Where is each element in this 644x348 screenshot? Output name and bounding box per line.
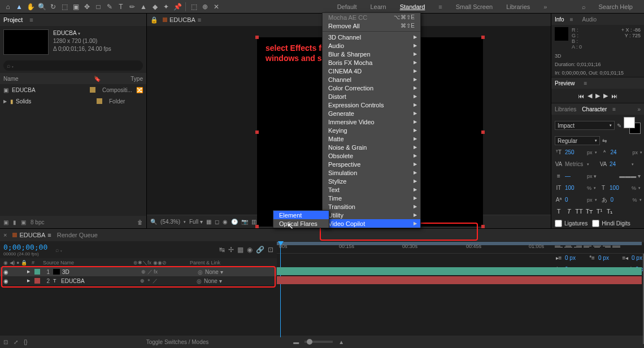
label-swatch[interactable]: [97, 98, 102, 104]
menu-item[interactable]: Expression Controls: [323, 101, 420, 109]
project-item-folder[interactable]: ▶ ▮ Solids Folder: [0, 95, 146, 107]
text-tool-icon[interactable]: T: [115, 1, 127, 12]
layer-name[interactable]: EDUCBA: [61, 278, 140, 284]
menu-item[interactable]: Blur & Sharpen: [323, 50, 420, 58]
eyedropper-icon[interactable]: ✎: [617, 123, 621, 129]
hand-tool-icon[interactable]: ✋: [25, 1, 36, 12]
workspace-learn[interactable]: Learn: [366, 2, 391, 12]
layer-switches[interactable]: ⊕ ＊ ／: [140, 277, 197, 285]
tl-icon[interactable]: 🔗: [256, 246, 264, 254]
snap-icon[interactable]: ⬚: [188, 1, 199, 12]
stroke-width[interactable]: ≡—px ▾▬▬▬ ▾: [555, 171, 641, 181]
toggle-switches[interactable]: Toggle Switches / Modes: [146, 339, 209, 345]
tl-icon[interactable]: ⊡: [268, 246, 273, 254]
zoom-icon[interactable]: 🔍: [150, 219, 157, 225]
tsume[interactable]: あ0%▾: [601, 195, 642, 205]
flowchart-icon[interactable]: 🔀: [136, 87, 143, 93]
font-family-dropdown[interactable]: Impact▾: [555, 121, 615, 130]
tl-icon[interactable]: ◉: [247, 246, 253, 254]
zoom-tool-icon[interactable]: 🔍: [36, 1, 47, 12]
submenu-item-optical[interactable]: Optical Flares: [273, 219, 329, 228]
label-swatch[interactable]: [34, 278, 40, 284]
panel-menu-icon[interactable]: ≡: [29, 16, 33, 23]
orbit-tool-icon[interactable]: ↻: [47, 1, 59, 12]
selection-tool-icon[interactable]: ▲: [14, 1, 25, 12]
tracking[interactable]: VA24▾: [599, 159, 641, 169]
menu-item[interactable]: Simulation: [323, 168, 420, 177]
col-name[interactable]: Name: [3, 76, 94, 82]
layer-name[interactable]: 3D: [62, 269, 141, 275]
project-search[interactable]: ⌕▾: [3, 60, 143, 71]
tl-icon[interactable]: ▦: [237, 246, 243, 254]
font-style-dropdown[interactable]: Regular▾: [555, 136, 600, 145]
baseline[interactable]: Aª0px▾: [555, 195, 597, 205]
menu-item[interactable]: Obsolete: [323, 151, 420, 160]
comp-thumbnail[interactable]: [3, 29, 49, 55]
menu-item[interactable]: Immersive Video: [323, 118, 420, 126]
parent-dropdown[interactable]: None ▾: [205, 269, 223, 275]
workspace-overflow-icon[interactable]: »: [539, 2, 551, 12]
layer-row[interactable]: ◉ ▶ 1 3D ⊕ ／ fx ◎ None ▾: [0, 267, 277, 276]
bpc-label[interactable]: 8 bpc: [31, 219, 44, 225]
project-tab[interactable]: Project: [3, 16, 23, 23]
kerning[interactable]: VAMetrics▾: [555, 159, 596, 169]
menu-item[interactable]: Time: [323, 194, 420, 202]
menu-item[interactable]: Distort: [323, 92, 420, 101]
character-tab[interactable]: Character: [582, 106, 607, 112]
menu-item[interactable]: Remove All⌘⇧E: [323, 21, 420, 30]
menu-item[interactable]: Stylize: [323, 177, 420, 185]
workspace-menu-icon[interactable]: ≡: [434, 2, 446, 12]
resize-handle[interactable]: [255, 36, 259, 39]
resize-handle[interactable]: [255, 225, 259, 228]
interpret-icon[interactable]: ▣: [3, 219, 8, 225]
menu-item[interactable]: Utility: [323, 211, 420, 219]
resize-handle[interactable]: [255, 130, 259, 134]
expand-icon[interactable]: ▶: [27, 269, 33, 274]
time-ruler[interactable]: 00s 00:15s 00:30s 00:45s 01:00s: [277, 241, 644, 254]
brush-tool-icon[interactable]: ✏: [127, 1, 138, 12]
font-size[interactable]: ᵀT250px▾: [555, 147, 597, 157]
clone-tool-icon[interactable]: ▲: [138, 1, 149, 12]
audio-tab[interactable]: Audio: [582, 16, 597, 23]
play-icon[interactable]: ▶: [595, 92, 600, 99]
last-frame-icon[interactable]: ⏭: [611, 93, 617, 99]
eraser-tool-icon[interactable]: ◆: [149, 1, 160, 12]
snapshot-icon[interactable]: 📷: [241, 219, 248, 225]
superscript-button[interactable]: T¹: [595, 208, 603, 215]
menu-item[interactable]: Transition: [323, 202, 420, 211]
rotate-tool-icon[interactable]: ⬚: [59, 1, 70, 12]
layer-bar[interactable]: [277, 267, 642, 275]
menu-item-video-copilot[interactable]: Video Copilot: [323, 219, 420, 228]
puppet-tool-icon[interactable]: 📌: [172, 1, 183, 12]
tl-icon[interactable]: ✢: [228, 246, 234, 254]
workspace-small[interactable]: Small Screen: [451, 2, 497, 12]
pan-behind-icon[interactable]: ✥: [81, 1, 93, 12]
leading[interactable]: ᴬ24px▾: [601, 147, 643, 157]
workspace-libraries[interactable]: Libraries: [502, 2, 534, 12]
menu-item[interactable]: Matte: [323, 134, 420, 143]
tl-icon[interactable]: ↹: [219, 246, 225, 254]
parent-dropdown[interactable]: None ▾: [204, 278, 222, 284]
mask-icon[interactable]: ◻: [215, 219, 219, 225]
toggle-icon[interactable]: ◉: [223, 219, 228, 225]
layer-search[interactable]: ⌕▾: [55, 246, 69, 253]
menu-item[interactable]: Generate: [323, 109, 420, 118]
label-swatch[interactable]: [90, 87, 95, 93]
allcaps-button[interactable]: TT: [575, 208, 583, 215]
visibility-icon[interactable]: ◉: [3, 269, 11, 275]
comp-tab[interactable]: EDUCBA ≡: [163, 16, 201, 23]
label-swatch[interactable]: [34, 269, 40, 275]
resize-handle[interactable]: [481, 36, 485, 39]
overflow-icon[interactable]: »: [637, 106, 641, 112]
parent-pick-icon[interactable]: ◎: [198, 269, 203, 275]
menu-item[interactable]: Boris FX Mocha: [323, 58, 420, 67]
snap3-icon[interactable]: ✕: [211, 1, 222, 12]
grid-icon[interactable]: ▦: [206, 219, 211, 225]
new-folder-icon[interactable]: ▮: [13, 219, 16, 225]
hindi-check[interactable]: [592, 220, 599, 227]
preview-tab[interactable]: Preview: [555, 80, 575, 86]
col-tag-icon[interactable]: 🔖: [94, 76, 101, 82]
zoom-out-icon[interactable]: ▬: [293, 339, 299, 345]
visibility-icon[interactable]: ◉: [3, 278, 11, 284]
resize-handle[interactable]: [481, 130, 485, 134]
